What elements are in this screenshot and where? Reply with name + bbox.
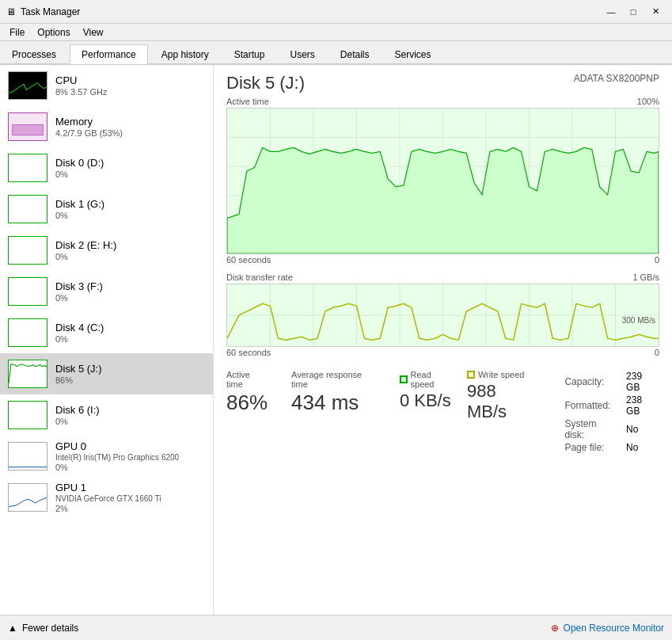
formatted-value: 238 GB [621, 394, 659, 417]
title-bar: 🖥 Task Manager — □ ✕ [0, 0, 672, 24]
gpu0-subname: Intel(R) Iris(TM) Pro Graphics 6200 [55, 453, 205, 462]
info-table: Capacity: 239 GB Formatted: 238 GB Syste… [560, 370, 659, 454]
disk5-name: Disk 5 (J:) [55, 363, 205, 375]
sidebar-item-disk2[interactable]: Disk 2 (E: H:) 0% [0, 230, 213, 271]
svg-rect-6 [9, 484, 47, 512]
app-icon: 🖥 [6, 6, 16, 17]
sidebar-item-gpu1[interactable]: GPU 1 NVIDIA GeForce GTX 1660 Ti 2% [0, 477, 213, 518]
menu-options[interactable]: Options [31, 25, 76, 40]
chart2-time-right: 0 [655, 348, 659, 357]
chevron-up-icon: ▲ [8, 623, 17, 634]
disk6-value: 0% [55, 417, 205, 426]
chart2-label-left: Disk transfer rate [226, 272, 293, 282]
disk2-name: Disk 2 (E: H:) [55, 239, 205, 251]
tab-performance[interactable]: Performance [70, 44, 148, 64]
disk0-value: 0% [55, 170, 205, 179]
tab-processes[interactable]: Processes [0, 44, 68, 64]
tab-users[interactable]: Users [278, 44, 326, 64]
write-speed-block: Write speed 988 MB/s [467, 370, 536, 454]
disk4-value: 0% [55, 334, 205, 344]
chart2-time-left: 60 seconds [226, 348, 271, 357]
minimize-button[interactable]: — [601, 4, 621, 20]
chart1-labels: Active time 100% [226, 97, 659, 106]
tab-startup[interactable]: Startup [222, 44, 277, 64]
gpu0-name: GPU 0 [55, 440, 205, 452]
memory-name: Memory [55, 116, 205, 128]
sidebar-item-disk6[interactable]: Disk 6 (I:) 0% [0, 394, 213, 436]
chart1-label-right: 100% [637, 97, 659, 106]
disk2-value: 0% [55, 252, 205, 261]
disk4-name: Disk 4 (C:) [55, 322, 205, 333]
bottom-bar: ▲ Fewer details ⊕ Open Resource Monitor [0, 615, 672, 640]
menu-view[interactable]: View [77, 25, 110, 40]
disk1-name: Disk 1 (G:) [55, 198, 205, 210]
formatted-label: Formatted: [560, 394, 621, 417]
transfer-rate-chart: 300 MB/s [226, 284, 659, 347]
transfer-rate-chart-container: Disk transfer rate 1 GB/s [226, 272, 659, 362]
disk5-info: Disk 5 (J:) 86% [55, 363, 205, 385]
page-file-value: No [621, 441, 659, 454]
cpu-thumbnail [8, 71, 47, 100]
disk1-info: Disk 1 (G:) 0% [55, 198, 205, 220]
maximize-button[interactable]: □ [623, 4, 644, 20]
sidebar-item-disk3[interactable]: Disk 3 (F:) 0% [0, 271, 213, 312]
sidebar-item-memory[interactable]: Memory 4.2/7.9 GB (53%) [0, 106, 213, 147]
disk3-value: 0% [55, 293, 205, 303]
memory-value: 4.2/7.9 GB (53%) [55, 128, 205, 138]
chart1-times: 60 seconds 0 [226, 255, 659, 265]
gpu1-thumbnail [8, 483, 47, 512]
sidebar-item-cpu[interactable]: CPU 8% 3.57 GHz [0, 65, 213, 106]
disk6-info: Disk 6 (I:) 0% [55, 404, 205, 426]
close-button[interactable]: ✕ [645, 4, 666, 20]
capacity-value: 239 GB [621, 370, 659, 394]
sidebar-item-disk4[interactable]: Disk 4 (C:) 0% [0, 312, 213, 353]
cpu-name: CPU [55, 74, 205, 86]
gpu0-info: GPU 0 Intel(R) Iris(TM) Pro Graphics 620… [55, 440, 205, 472]
panel-title: Disk 5 (J:) [226, 73, 305, 93]
disk0-name: Disk 0 (D:) [55, 157, 205, 169]
tab-services[interactable]: Services [383, 44, 443, 64]
fewer-details-label: Fewer details [22, 623, 78, 634]
sidebar-item-disk5[interactable]: Disk 5 (J:) 86% [0, 353, 213, 394]
disk4-info: Disk 4 (C:) 0% [55, 322, 205, 344]
memory-info: Memory 4.2/7.9 GB (53%) [55, 116, 205, 138]
sidebar-item-disk1[interactable]: Disk 1 (G:) 0% [0, 189, 213, 230]
disk3-thumbnail [8, 277, 47, 306]
sidebar-item-gpu0[interactable]: GPU 0 Intel(R) Iris(TM) Pro Graphics 620… [0, 436, 213, 477]
open-resource-monitor-button[interactable]: ⊕ Open Resource Monitor [551, 623, 664, 634]
avg-response-label: Average response time [291, 370, 376, 389]
cpu-info: CPU 8% 3.57 GHz [55, 74, 205, 97]
tab-app-history[interactable]: App history [150, 44, 221, 64]
svg-rect-2 [13, 124, 43, 135]
disk1-thumbnail [8, 195, 47, 223]
tab-bar: Processes Performance App history Startu… [0, 41, 672, 65]
menu-file[interactable]: File [3, 25, 31, 40]
write-speed-label: Write speed [478, 370, 525, 379]
read-speed-label-row: Read speed [400, 370, 454, 389]
memory-thumbnail [8, 112, 47, 141]
chart1-time-right: 0 [655, 255, 659, 265]
avg-response-value: 434 ms [291, 390, 376, 415]
tab-details[interactable]: Details [328, 44, 382, 64]
disk4-thumbnail [8, 318, 47, 347]
speeds-block: Read speed 0 KB/s Write speed 988 MB/s [400, 370, 536, 454]
active-time-chart-container: Active time 100% [226, 97, 659, 269]
active-time-chart [226, 108, 659, 254]
svg-rect-5 [9, 443, 47, 470]
app-title: Task Manager [21, 6, 80, 17]
gpu0-thumbnail [8, 442, 47, 470]
chart1-time-left: 60 seconds [226, 255, 271, 265]
disk2-thumbnail [8, 236, 47, 265]
disk6-name: Disk 6 (I:) [55, 404, 205, 416]
fewer-details-button[interactable]: ▲ Fewer details [8, 623, 78, 634]
write-speed-icon [467, 371, 475, 379]
sidebar-item-disk0[interactable]: Disk 0 (D:) 0% [0, 147, 213, 189]
chart2-labels: Disk transfer rate 1 GB/s [226, 272, 659, 282]
svg-marker-20 [227, 147, 659, 253]
chart1-label-left: Active time [226, 97, 269, 106]
cpu-value: 8% 3.57 GHz [55, 87, 205, 97]
panel-header: Disk 5 (J:) ADATA SX8200PNP [226, 73, 659, 93]
stats-row: Active time 86% Average response time 43… [226, 370, 659, 454]
read-speed-value: 0 KB/s [400, 390, 454, 411]
read-speed-label: Read speed [411, 370, 454, 389]
